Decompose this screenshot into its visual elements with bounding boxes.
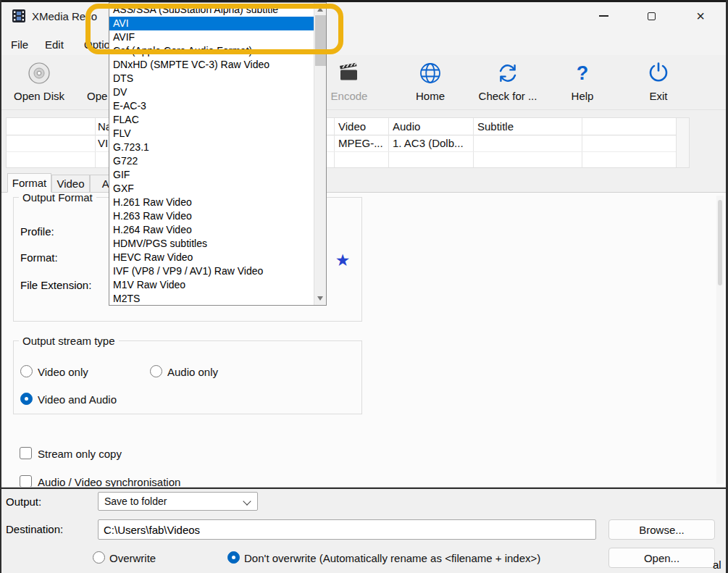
format-option[interactable]: DV bbox=[109, 85, 314, 99]
window-border-bottom bbox=[0, 487, 728, 489]
radio-audio-only-label: Audio only bbox=[167, 366, 218, 378]
app-icon bbox=[11, 8, 27, 27]
xmedia-recode-window: XMedia Reco × File Edit Optio Open Disk bbox=[0, 0, 728, 573]
window-border-left bbox=[0, 0, 1, 573]
format-option[interactable]: GIF bbox=[109, 168, 314, 182]
minimize-button[interactable] bbox=[587, 0, 620, 32]
tab-format[interactable]: Format bbox=[7, 173, 51, 193]
format-label: Format: bbox=[20, 251, 58, 264]
format-option[interactable]: Caf (Apple Core Audio Format) bbox=[109, 44, 314, 58]
cell-video: MPEG-... bbox=[338, 137, 386, 149]
format-option[interactable]: H.264 Raw Video bbox=[109, 223, 314, 237]
output-label: Output: bbox=[6, 495, 41, 508]
format-option[interactable]: G.723.1 bbox=[109, 141, 314, 154]
destination-label: Destination: bbox=[6, 523, 63, 535]
radio-audio-only[interactable] bbox=[150, 365, 162, 377]
format-option[interactable]: HDMV/PGS subtitles bbox=[109, 237, 314, 251]
radio-video-and-audio-label: Video and Audio bbox=[38, 393, 117, 406]
checkbox-av-sync[interactable] bbox=[20, 475, 32, 487]
radio-overwrite[interactable] bbox=[93, 551, 105, 564]
globe-icon bbox=[401, 61, 459, 87]
output-mode-value: Save to folder bbox=[104, 495, 167, 507]
format-option[interactable]: G722 bbox=[109, 154, 314, 168]
format-option[interactable]: DNxHD (SMPTE VC-3) Raw Video bbox=[109, 58, 314, 72]
format-option[interactable]: H.263 Raw Video bbox=[109, 209, 314, 223]
format-option[interactable]: GXF bbox=[109, 182, 314, 196]
exit-label: Exit bbox=[629, 90, 687, 102]
checkbox-stream-only-copy[interactable] bbox=[20, 447, 32, 459]
radio-video-only[interactable] bbox=[20, 365, 33, 377]
window-border-top bbox=[0, 0, 728, 2]
destination-input[interactable] bbox=[98, 519, 596, 540]
check-updates-button[interactable]: Check for ... bbox=[467, 59, 548, 106]
column-video[interactable]: Video bbox=[338, 120, 389, 133]
radio-video-only-label: Video only bbox=[38, 366, 88, 378]
format-option[interactable]: DTS bbox=[109, 72, 314, 85]
close-button[interactable]: × bbox=[684, 0, 717, 32]
disc-icon bbox=[7, 61, 72, 87]
format-option[interactable]: AVIF bbox=[109, 30, 314, 44]
stream-only-copy-label: Stream only copy bbox=[38, 448, 122, 460]
output-stream-type-title: Output stream type bbox=[19, 335, 119, 347]
open-disk-label: Open Disk bbox=[7, 90, 72, 102]
format-option[interactable]: ASS/SSA (SubStation Alpha) subtitle bbox=[109, 3, 314, 17]
format-option[interactable]: IVF (VP8 / VP9 / AV1) Raw Video bbox=[109, 264, 314, 278]
home-button[interactable]: Home bbox=[401, 59, 459, 106]
format-dropdown-list: ASS/SSA (SubStation Alpha) subtitleAVIAV… bbox=[109, 3, 314, 305]
radio-dont-overwrite[interactable] bbox=[227, 551, 240, 564]
profile-label: Profile: bbox=[20, 225, 54, 238]
scroll-down-icon[interactable] bbox=[317, 296, 323, 301]
table-scrollbar[interactable] bbox=[676, 118, 689, 167]
content-scrollbar-thumb[interactable] bbox=[718, 200, 722, 285]
check-updates-label: Check for ... bbox=[467, 90, 548, 102]
format-option[interactable]: M2TS bbox=[109, 292, 314, 305]
maximize-icon bbox=[648, 12, 656, 20]
browse-button[interactable]: Browse... bbox=[608, 519, 715, 540]
menu-edit[interactable]: Edit bbox=[42, 37, 67, 52]
exit-button[interactable]: Exit bbox=[629, 59, 687, 106]
scroll-up-icon[interactable] bbox=[317, 7, 323, 12]
format-dropdown: ASS/SSA (SubStation Alpha) subtitleAVIAV… bbox=[109, 2, 327, 306]
power-icon bbox=[629, 61, 687, 87]
column-subtitle[interactable]: Subtitle bbox=[477, 120, 579, 133]
open-disk-button[interactable]: Open Disk bbox=[7, 59, 72, 106]
output-format-group-title: Output Format bbox=[19, 193, 96, 204]
output-mode-select[interactable]: Save to folder bbox=[98, 492, 258, 511]
maximize-button[interactable] bbox=[635, 0, 668, 32]
close-icon: × bbox=[696, 9, 705, 23]
format-option-selected[interactable]: AVI bbox=[109, 17, 314, 30]
open-output-button[interactable]: Open... bbox=[608, 548, 715, 568]
format-option[interactable]: FLAC bbox=[109, 113, 314, 127]
cell-audio: 1. AC3 (Dolb... bbox=[393, 137, 471, 149]
dropdown-scrollbar-thumb[interactable] bbox=[315, 15, 326, 66]
favorite-star-icon[interactable]: ★ bbox=[332, 250, 353, 270]
tab-video[interactable]: Video bbox=[51, 175, 90, 193]
format-option[interactable]: FLV bbox=[109, 127, 314, 141]
refresh-icon bbox=[467, 61, 548, 87]
help-button[interactable]: ? Help bbox=[553, 59, 611, 106]
dropdown-scrollbar[interactable] bbox=[314, 3, 326, 305]
menu-file[interactable]: File bbox=[8, 37, 31, 52]
chevron-down-icon bbox=[243, 497, 251, 505]
column-audio[interactable]: Audio bbox=[393, 120, 472, 133]
file-extension-label: File Extension: bbox=[20, 279, 91, 291]
format-option[interactable]: H.261 Raw Video bbox=[109, 196, 314, 209]
format-option[interactable]: HEVC Raw Video bbox=[109, 251, 314, 264]
radio-overwrite-label: Overwrite bbox=[109, 552, 156, 564]
content-scrollbar[interactable] bbox=[716, 196, 724, 484]
format-option[interactable]: E-AC-3 bbox=[109, 99, 314, 113]
minimize-icon bbox=[599, 15, 608, 17]
output-panel: Output: Save to folder Destination: Brow… bbox=[0, 487, 728, 573]
question-icon: ? bbox=[553, 61, 611, 87]
window-title: XMedia Reco bbox=[32, 10, 97, 22]
format-option[interactable]: M1V Raw Video bbox=[109, 278, 314, 292]
corner-cut-text: al bbox=[713, 559, 721, 571]
home-label: Home bbox=[401, 90, 459, 102]
av-sync-label: Audio / Video synchronisation bbox=[38, 476, 180, 487]
radio-video-and-audio[interactable] bbox=[20, 393, 33, 405]
help-label: Help bbox=[553, 90, 611, 102]
radio-dont-overwrite-label: Don't overwrite (Automatically rename as… bbox=[244, 552, 540, 564]
